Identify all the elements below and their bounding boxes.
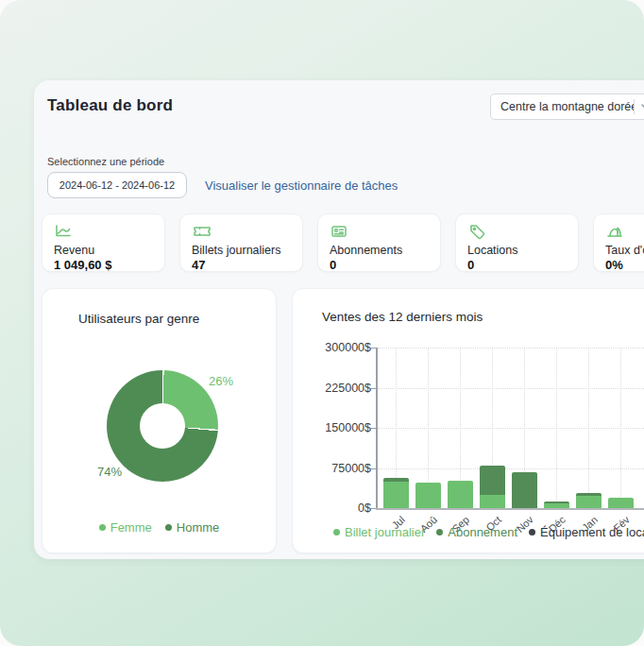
stat-value: 0 [330,258,429,272]
bar-segment [544,503,569,508]
legend-dot [436,529,443,536]
legend-dot [333,529,340,536]
hill-icon [605,222,644,241]
h-gridline [378,388,644,389]
bar-oct [480,466,505,508]
donut-slice-label-homme: 74% [97,465,122,479]
center-selector-dropdown[interactable]: Centre la montagne dorée [490,94,644,120]
h-gridline [378,348,644,348]
legend-label: Équipement de location [540,525,644,539]
h-gridline [378,428,644,429]
v-gridline [588,348,589,508]
legend-item-abonnement[interactable]: Abonnement [436,525,517,539]
stat-label: Locations [467,244,567,257]
ticket-icon [192,222,291,241]
v-gridline [556,348,557,508]
y-tick [371,428,376,429]
bar-jan [576,493,602,508]
stat-label: Abonnements [330,244,429,257]
y-tick [371,468,376,469]
donut-slice-label-femme: 26% [209,374,233,388]
y-tick-label: 300000$ [305,341,371,354]
bar-segment [480,466,505,495]
y-tick [371,348,376,348]
stat-card-daily-tickets: Billets journaliers 47 [179,213,303,272]
legend-item--quipement-de-location[interactable]: Équipement de location [529,525,644,539]
id-card-icon [330,222,429,241]
stats-row: Revenu 1 049,60 $ Billets journaliers 47… [42,213,644,272]
y-tick-label: 75000$ [305,462,371,475]
bar-chart-card: Ventes des 12 derniers mois 0$75000$1500… [292,288,644,553]
bar-segment [448,481,473,508]
y-tick-label: 150000$ [305,421,371,434]
stat-card-revenue: Revenu 1 049,60 $ [42,213,165,272]
legend-label: Billet journalier [345,525,425,539]
legend-label: Abonnement [448,525,517,539]
bar-plot: 0$75000$150000$225000$300000$JulAoûSepOc… [377,348,644,508]
dashboard-window: Tableau de bord Centre la montagne dorée… [0,0,644,646]
bar-segment [383,482,409,508]
bar-sep [448,481,473,508]
bar-fév [608,498,634,508]
y-tick-label: 0$ [305,502,371,515]
legend-dot [529,529,535,536]
bar-segment [512,472,537,508]
main-card: Tableau de bord Centre la montagne dorée… [34,80,644,559]
v-gridline [620,348,621,508]
donut-chart-card: Utilisateurs par genre 26% 74% FemmeHomm… [42,288,277,553]
y-tick [371,388,376,389]
stat-label: Billets journaliers [192,244,291,257]
bar-segment [415,483,441,508]
stat-card-rentals: Locations 0 [455,213,579,272]
donut-legend: FemmeHomme [42,520,276,535]
period-row: 2024-06-12 - 2024-06-12 Visualiser le ge… [47,172,398,198]
stat-card-occupancy: Taux d'occupation 0% [593,213,644,272]
page-title: Tableau de bord [47,96,173,115]
stat-value: 0% [605,258,644,272]
bar-déc [544,502,569,508]
bar-jul [383,478,409,508]
bar-segment [576,496,602,508]
bar-aoû [415,483,441,508]
tag-icon [467,222,567,241]
stat-label: Revenu [54,244,153,257]
legend-dot [99,524,106,531]
bar-segment [480,495,505,508]
legend-item-femme[interactable]: Femme [99,520,152,535]
period-label: Selectionnez une période [47,156,164,167]
legend-item-billet-journalier[interactable]: Billet journalier [333,525,425,539]
x-axis-line [376,508,644,510]
stat-value: 1 049,60 $ [54,258,153,272]
h-gridline [378,468,644,469]
charts-row: Utilisateurs par genre 26% 74% FemmeHomm… [42,288,644,553]
bar-legend: Billet journalierAbonnementÉquipement de… [333,525,644,539]
bar-chart-title: Ventes des 12 derniers mois [322,310,483,324]
bar-segment [608,498,634,508]
legend-label: Femme [110,520,152,535]
center-selector-value: Centre la montagne dorée [491,100,634,113]
stat-value: 47 [192,258,291,272]
date-range-input[interactable]: 2024-06-12 - 2024-06-12 [47,172,187,198]
legend-dot [165,524,172,531]
donut-chart [107,370,218,482]
donut-chart-title: Utilisateurs par genre [78,312,199,326]
legend-label: Homme [177,520,220,535]
y-tick [371,508,376,509]
bar-nov [512,472,537,508]
stat-card-subscriptions: Abonnements 0 [317,213,441,272]
stat-value: 0 [467,258,567,272]
task-manager-link[interactable]: Visualiser le gestionnaire de tâches [205,178,398,193]
legend-item-homme[interactable]: Homme [165,520,220,535]
line-chart-icon [54,222,153,241]
y-tick-label: 225000$ [305,382,371,395]
chevron-down-icon [635,104,644,110]
stat-label: Taux d'occupation [605,244,644,257]
